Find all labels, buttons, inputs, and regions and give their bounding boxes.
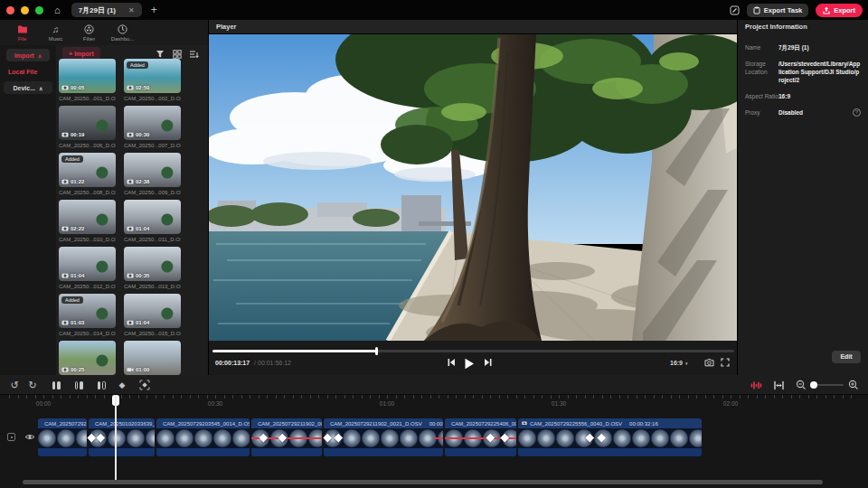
ruler-tick: [421, 395, 422, 399]
media-item[interactable]: 00:35CAM_20250...013_D.OSV: [124, 247, 181, 291]
timeline-clip[interactable]: CAM_20250729203545_0014_D.OSV (: [156, 418, 250, 456]
close-window-button[interactable]: [6, 6, 14, 14]
timeline-clip[interactable]: CAM_20250729225556_0040_D.OSV00:00:32:16: [518, 418, 702, 456]
export-task-button[interactable]: Export Task: [747, 4, 808, 17]
media-item[interactable]: 01:04CAM_20250...011_D.OSV: [124, 200, 181, 244]
media-item[interactable]: 00:19CAM_20250...006_D.OSV: [59, 106, 116, 150]
ruler-tick: [301, 395, 302, 399]
new-tab-button[interactable]: +: [151, 4, 157, 16]
ruler-tick: [576, 395, 577, 399]
music-note-icon: ♫: [52, 24, 60, 34]
redo-icon[interactable]: ↻: [25, 378, 40, 392]
media-thumbnail: Added01:22: [59, 153, 116, 187]
import-media-button[interactable]: + Import: [62, 47, 100, 60]
info-icon[interactable]: ?: [853, 108, 861, 117]
tab-dashboard[interactable]: Dashbo...: [106, 20, 139, 45]
trim-left-icon[interactable]: [71, 378, 86, 392]
clip-header: CAM_20250729211902_0021_D.OSV00:00:21:05: [324, 418, 443, 428]
snapshot-camera-icon[interactable]: [704, 358, 714, 367]
media-thumbnail: 01:04: [124, 294, 181, 328]
ruler-tick: [490, 395, 491, 399]
seek-bar[interactable]: [212, 346, 734, 355]
audio-waveform-icon[interactable]: [749, 378, 763, 392]
ruler-tick: [293, 395, 294, 399]
media-thumbnail: 01:04: [59, 247, 116, 281]
media-item[interactable]: 01:04CAM_20250...012_D.OSV: [59, 247, 116, 291]
zoom-window-button[interactable]: [35, 6, 43, 14]
media-item[interactable]: 01:04CAM_20250...015_D.OSV: [124, 294, 181, 338]
zoom-out-icon[interactable]: [794, 378, 808, 392]
media-item[interactable]: 00:05CAM_20250...001_D.OSV: [59, 59, 116, 103]
ruler-tick: [215, 395, 216, 399]
tab-file-label: File: [18, 36, 27, 42]
seek-handle[interactable]: [375, 347, 378, 355]
seek-progress: [212, 350, 377, 352]
home-icon[interactable]: ⌂: [54, 0, 61, 20]
timeline-clip[interactable]: CAM_202507292: [38, 418, 87, 456]
clip-duration: 00:30: [127, 132, 149, 137]
tab-filter[interactable]: Filter: [72, 20, 106, 45]
zoom-slider-knob[interactable]: [810, 381, 817, 389]
next-frame-button[interactable]: [484, 358, 493, 367]
clip-header: CAM_20250729225406_00: [445, 418, 516, 428]
ruler-tick: [52, 395, 53, 399]
ruler-tick: [851, 395, 852, 399]
ruler-tick: [413, 395, 414, 399]
ruler-tick: [782, 395, 783, 399]
ruler-tick: [43, 395, 44, 399]
import-dropdown[interactable]: Import ∧: [6, 49, 50, 61]
ruler-tick: [816, 395, 817, 399]
timeline-zoom-slider[interactable]: [811, 384, 844, 386]
tab-file[interactable]: File: [5, 20, 39, 45]
media-item[interactable]: 01:00: [124, 341, 181, 375]
sidebar-item-device[interactable]: Devic... ∧: [4, 81, 52, 94]
media-item-name: CAM_20250...011_D.OSV: [124, 235, 181, 244]
video-preview[interactable]: [209, 34, 738, 341]
media-thumbnail: 00:25: [59, 341, 116, 375]
clip-footer: [518, 448, 702, 456]
ruler-tick: [318, 395, 319, 399]
media-item[interactable]: Added01:03CAM_20250...014_D.OSV: [59, 294, 116, 338]
undo-icon[interactable]: ↺: [7, 378, 22, 392]
ruler-tick: [713, 395, 714, 399]
sidebar-item-local-file[interactable]: Local File: [8, 69, 37, 75]
export-button[interactable]: Export: [816, 4, 863, 17]
zoom-in-icon[interactable]: [846, 378, 861, 392]
storage-label: Storage Location: [745, 60, 778, 84]
fisheye-camera-icon: [61, 273, 69, 278]
minimize-window-button[interactable]: [21, 6, 29, 14]
current-time: 00:00:13:17: [215, 360, 250, 366]
previous-frame-button[interactable]: [447, 358, 456, 367]
edit-button[interactable]: Edit: [832, 351, 861, 363]
clip-expand-icon[interactable]: [771, 378, 786, 392]
trim-right-icon[interactable]: [94, 378, 108, 392]
keyframe-icon[interactable]: ◆: [115, 378, 129, 392]
split-clip-icon[interactable]: [49, 378, 63, 392]
media-item[interactable]: 00:30CAM_20250...007_D.OSV: [124, 106, 181, 150]
ruler-tick: [499, 395, 500, 399]
project-tab[interactable]: 7月29日 (1) ✕: [71, 3, 142, 17]
close-tab-icon[interactable]: ✕: [128, 6, 135, 14]
media-item-name: CAM_20250...012_D.OSV: [59, 282, 116, 291]
media-item[interactable]: 00:25: [59, 341, 116, 375]
ruler-tick: [688, 395, 689, 399]
media-item[interactable]: 02:22CAM_20250...010_D.OSV: [59, 200, 116, 244]
tracking-target-icon[interactable]: [137, 378, 152, 392]
media-item[interactable]: Added01:22CAM_20250...008_D.OSV: [59, 153, 116, 197]
play-button[interactable]: [464, 358, 475, 370]
media-item[interactable]: Added02:50CAM_20250...002_D.OSV: [124, 59, 181, 103]
tab-music[interactable]: ♫ Music: [39, 20, 72, 45]
name-label: Name: [745, 43, 778, 52]
ruler-tick: [344, 395, 345, 399]
horizontal-scrollbar[interactable]: [23, 480, 823, 484]
fisheye-camera-icon: [127, 179, 134, 184]
timeline-toolbar: ↺ ↻ ◆: [0, 375, 868, 395]
media-item[interactable]: 02:38CAM_20250...009_D.OSV: [124, 153, 181, 197]
fullscreen-icon[interactable]: [721, 358, 730, 367]
ruler-tick: [524, 395, 525, 399]
aspect-ratio-dropdown[interactable]: 16:9 ▾: [670, 360, 688, 366]
ruler-tick: [276, 395, 277, 399]
timeline-ruler[interactable]: 00:0000:3001:0001:3002:00: [0, 395, 868, 417]
rename-icon[interactable]: [730, 5, 740, 15]
ruler-tick: [95, 395, 96, 399]
